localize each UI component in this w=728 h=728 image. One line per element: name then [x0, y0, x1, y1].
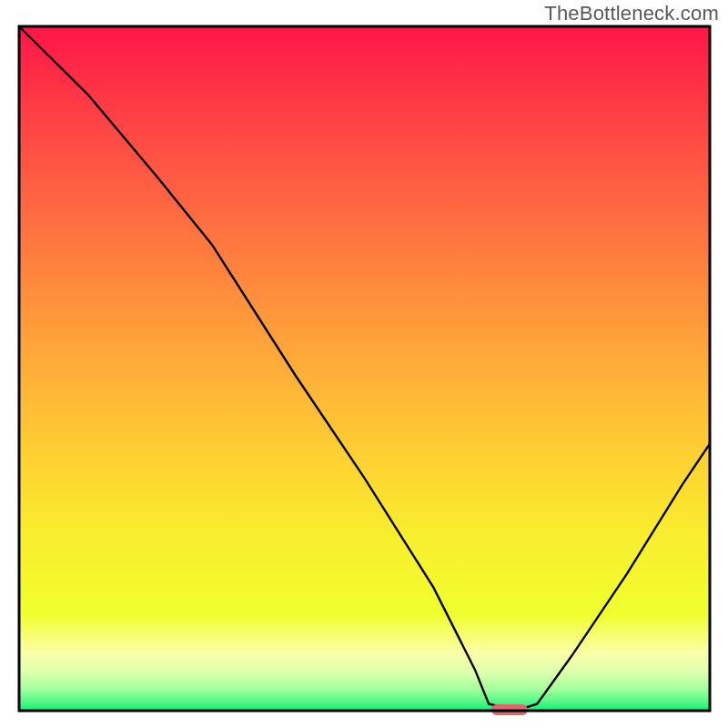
plot-background [19, 26, 710, 711]
chart-svg [0, 0, 728, 728]
chart-container: TheBottleneck.com [0, 0, 728, 728]
